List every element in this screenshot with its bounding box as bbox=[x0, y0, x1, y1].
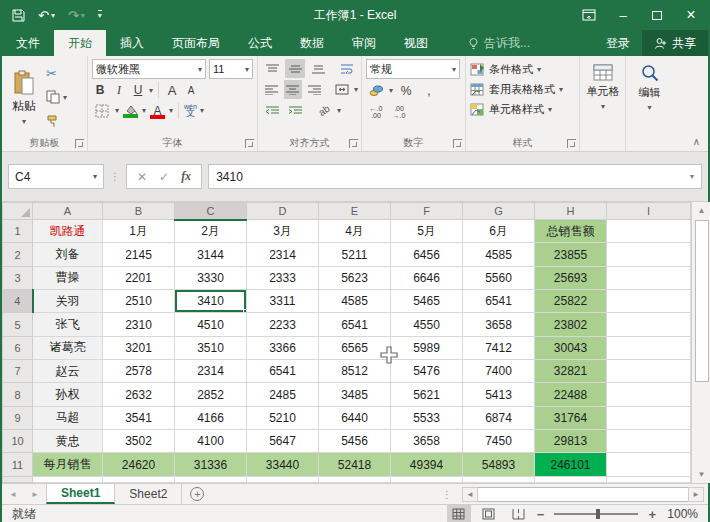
cell-A6[interactable]: 诸葛亮 bbox=[33, 336, 103, 359]
cell-A1[interactable]: 凯路通 bbox=[33, 220, 103, 243]
cell-F8[interactable]: 5621 bbox=[391, 383, 463, 406]
cell-I4[interactable] bbox=[607, 290, 691, 313]
column-header-H[interactable]: H bbox=[535, 203, 607, 220]
styles-dialog-launcher[interactable] bbox=[567, 139, 576, 148]
wrap-text-button[interactable] bbox=[337, 59, 357, 78]
cell-H7[interactable]: 32821 bbox=[535, 360, 607, 383]
italic-button[interactable]: I bbox=[111, 83, 127, 98]
cell-D9[interactable]: 5210 bbox=[247, 406, 319, 429]
sheetbar-divider[interactable]: ⋮ bbox=[442, 489, 452, 500]
copy-button[interactable]: ▾ bbox=[46, 87, 67, 107]
cell-G5[interactable]: 3658 bbox=[463, 313, 535, 336]
cell-C1[interactable]: 2月 bbox=[175, 220, 247, 243]
column-header-F[interactable]: F bbox=[391, 203, 463, 220]
column-header-A[interactable]: A bbox=[33, 203, 103, 220]
cell-H9[interactable]: 31764 bbox=[535, 406, 607, 429]
font-size-select[interactable]: 11▾ bbox=[209, 59, 253, 79]
cell-C12[interactable] bbox=[175, 476, 247, 482]
row-header-8[interactable]: 8 bbox=[3, 383, 33, 406]
row-header-10[interactable]: 10 bbox=[3, 430, 33, 453]
cell-E8[interactable]: 3485 bbox=[319, 383, 391, 406]
cell-C8[interactable]: 2852 bbox=[175, 383, 247, 406]
cell-A7[interactable]: 赵云 bbox=[33, 360, 103, 383]
cell-I9[interactable] bbox=[607, 406, 691, 429]
align-left-button[interactable] bbox=[262, 80, 281, 99]
scroll-left-icon[interactable]: ◄ bbox=[462, 487, 478, 502]
decrease-decimal-button[interactable]: .00→.0 bbox=[389, 102, 409, 121]
zoom-slider-knob[interactable] bbox=[596, 509, 600, 519]
cell-G2[interactable]: 4585 bbox=[463, 243, 535, 266]
accounting-format-button[interactable] bbox=[366, 81, 386, 100]
ribbon-display-options-button[interactable] bbox=[572, 0, 606, 30]
row-header-1[interactable]: 1 bbox=[3, 220, 33, 243]
cell-D1[interactable]: 3月 bbox=[247, 220, 319, 243]
format-painter-button[interactable] bbox=[46, 111, 67, 131]
cell-G1[interactable]: 6月 bbox=[463, 220, 535, 243]
row-header-12[interactable] bbox=[3, 476, 33, 482]
cell-G8[interactable]: 5413 bbox=[463, 383, 535, 406]
cell-B5[interactable]: 2310 bbox=[103, 313, 175, 336]
row-header-6[interactable]: 6 bbox=[3, 336, 33, 359]
next-sheet-icon[interactable]: ► bbox=[24, 484, 46, 504]
zoom-level[interactable]: 100% bbox=[662, 507, 698, 521]
cell-A8[interactable]: 孙权 bbox=[33, 383, 103, 406]
cancel-button[interactable]: ✕ bbox=[137, 170, 147, 184]
format-as-table-button[interactable]: 套用表格格式▾ bbox=[470, 82, 576, 97]
font-name-select[interactable]: 微软雅黑▾ bbox=[92, 59, 206, 79]
cell-B11[interactable]: 24620 bbox=[103, 453, 175, 476]
increase-indent-button[interactable] bbox=[285, 101, 305, 120]
shrink-font-button[interactable]: A bbox=[183, 85, 199, 96]
cell-H1[interactable]: 总销售额 bbox=[535, 220, 607, 243]
cell-A10[interactable]: 黄忠 bbox=[33, 430, 103, 453]
cell-C3[interactable]: 3330 bbox=[175, 266, 247, 289]
font-color-button[interactable]: A bbox=[149, 104, 166, 118]
cell-D4[interactable]: 3311 bbox=[247, 290, 319, 313]
font-dialog-launcher[interactable] bbox=[245, 139, 254, 148]
cell-F7[interactable]: 5476 bbox=[391, 360, 463, 383]
collapse-ribbon-button[interactable]: ∧ bbox=[693, 136, 700, 147]
conditional-formatting-button[interactable]: 条件格式▾ bbox=[470, 62, 576, 77]
cell-F10[interactable]: 3658 bbox=[391, 430, 463, 453]
cell-D10[interactable]: 5647 bbox=[247, 430, 319, 453]
normal-view-button[interactable] bbox=[447, 505, 471, 522]
maximize-button[interactable] bbox=[640, 0, 674, 30]
enter-button[interactable]: ✓ bbox=[159, 170, 169, 184]
cell-D12[interactable] bbox=[247, 476, 319, 482]
cell-F1[interactable]: 5月 bbox=[391, 220, 463, 243]
comma-style-button[interactable]: , bbox=[419, 81, 439, 100]
cell-B9[interactable]: 3541 bbox=[103, 406, 175, 429]
number-dialog-launcher[interactable] bbox=[453, 139, 462, 148]
page-layout-view-button[interactable] bbox=[477, 505, 501, 522]
cell-F2[interactable]: 6456 bbox=[391, 243, 463, 266]
number-format-select[interactable]: 常规▾ bbox=[366, 59, 460, 79]
grow-font-button[interactable]: A bbox=[164, 83, 180, 98]
cell-D5[interactable]: 2233 bbox=[247, 313, 319, 336]
cell-E1[interactable]: 4月 bbox=[319, 220, 391, 243]
cell-A2[interactable]: 刘备 bbox=[33, 243, 103, 266]
insert-function-button[interactable]: fx bbox=[181, 169, 191, 184]
zoom-slider[interactable] bbox=[554, 513, 638, 515]
sheet-tab-sheet2[interactable]: Sheet2 bbox=[115, 484, 182, 504]
scroll-down-icon[interactable]: ▼ bbox=[692, 466, 710, 483]
tab-formulas[interactable]: 公式 bbox=[234, 30, 286, 56]
cell-I6[interactable] bbox=[607, 336, 691, 359]
cell-C5[interactable]: 4510 bbox=[175, 313, 247, 336]
cell-E9[interactable]: 6440 bbox=[319, 406, 391, 429]
new-sheet-button[interactable]: + bbox=[182, 484, 212, 504]
vertical-scroll-thumb[interactable] bbox=[695, 220, 709, 382]
share-button[interactable]: 共享 bbox=[642, 30, 708, 56]
cell-F12[interactable] bbox=[391, 476, 463, 482]
customize-qat-button[interactable]: ▾ bbox=[98, 10, 102, 20]
cell-D8[interactable]: 2485 bbox=[247, 383, 319, 406]
column-header-C[interactable]: C bbox=[175, 203, 247, 220]
cell-C2[interactable]: 3144 bbox=[175, 243, 247, 266]
close-button[interactable]: × bbox=[674, 0, 708, 30]
row-header-9[interactable]: 9 bbox=[3, 406, 33, 429]
scroll-up-icon[interactable]: ▲ bbox=[692, 202, 710, 219]
cell-G3[interactable]: 5560 bbox=[463, 266, 535, 289]
cell-I8[interactable] bbox=[607, 383, 691, 406]
tab-page-layout[interactable]: 页面布局 bbox=[158, 30, 234, 56]
column-header-B[interactable]: B bbox=[103, 203, 175, 220]
cell-E6[interactable]: 6565 bbox=[319, 336, 391, 359]
cell-F11[interactable]: 49394 bbox=[391, 453, 463, 476]
